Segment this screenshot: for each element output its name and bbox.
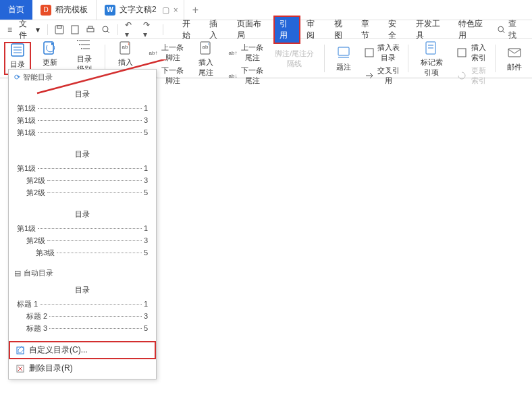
svg-text:ab↑: ab↑ bbox=[229, 50, 238, 56]
separator bbox=[47, 24, 48, 35]
toc-icon bbox=[9, 42, 26, 58]
menutab-review[interactable]: 审阅 bbox=[300, 16, 327, 44]
svg-text:1: 1 bbox=[128, 42, 130, 46]
preview-icon[interactable] bbox=[68, 25, 82, 34]
caption-icon bbox=[336, 45, 352, 61]
footnote-endnote-sep-button[interactable]: 脚注/尾注分隔线 bbox=[271, 42, 319, 75]
svg-rect-1 bbox=[57, 26, 61, 28]
mail-button[interactable]: 邮件 bbox=[501, 42, 528, 75]
delete-toc-icon bbox=[16, 364, 25, 373]
mail-icon bbox=[506, 45, 523, 61]
svg-rect-31 bbox=[338, 47, 349, 55]
mark-index-icon bbox=[423, 40, 440, 56]
separator bbox=[117, 24, 118, 35]
cross-ref-button[interactable]: 交叉引用 bbox=[361, 65, 403, 86]
update-index-icon bbox=[456, 70, 467, 81]
insert-index-button[interactable]: 插入索引 bbox=[454, 42, 489, 63]
menutab-view[interactable]: 视图 bbox=[328, 16, 355, 44]
prev-endnote-button[interactable]: ab↑ 上一条尾注 bbox=[225, 42, 267, 63]
svg-rect-0 bbox=[55, 26, 63, 34]
tab-home-label: 首页 bbox=[8, 4, 24, 16]
svg-rect-37 bbox=[458, 49, 466, 57]
delete-toc-menuitem[interactable]: 删除目录(R) bbox=[9, 359, 156, 377]
doc-icon: W bbox=[105, 5, 115, 16]
smart-toc-icon: ⟳ bbox=[14, 73, 20, 82]
svg-line-6 bbox=[107, 31, 109, 33]
mark-index-button[interactable]: 标记索引项 bbox=[414, 42, 450, 75]
tab-close-icon[interactable]: × bbox=[174, 5, 178, 15]
menutab-layout[interactable]: 页面布局 bbox=[231, 16, 273, 44]
svg-rect-33 bbox=[365, 49, 373, 57]
tab-document[interactable]: W 文字文稿2 ▢ × bbox=[96, 0, 184, 20]
menutab-chapter[interactable]: 章节 bbox=[355, 16, 382, 44]
tab-template-label: 稻壳模板 bbox=[55, 4, 88, 16]
insert-fig-toc-button[interactable]: 插入表目录 bbox=[361, 42, 403, 63]
svg-rect-4 bbox=[88, 26, 92, 28]
svg-text:i: i bbox=[208, 42, 209, 46]
caption-button[interactable]: 题注 bbox=[330, 42, 357, 75]
insert-fig-toc-icon bbox=[364, 47, 375, 58]
separator bbox=[163, 24, 163, 35]
next-endnote-icon: ab↓ bbox=[228, 70, 238, 81]
insert-footnote-icon: ab1 bbox=[117, 40, 134, 56]
save-icon[interactable] bbox=[53, 25, 66, 34]
search-button[interactable]: 查找 bbox=[497, 18, 532, 41]
separator bbox=[324, 45, 325, 72]
separator bbox=[408, 45, 408, 72]
file-menu[interactable]: 文件▾ bbox=[16, 18, 43, 41]
toc-preview-3[interactable]: 目录 第1级1 第2级3 第3级5 bbox=[9, 205, 156, 265]
svg-point-18 bbox=[77, 40, 78, 41]
tab-home[interactable]: 首页 bbox=[0, 0, 32, 20]
next-endnote-button[interactable]: ab↓ 下一条尾注 bbox=[225, 65, 267, 86]
menutab-security[interactable]: 安全 bbox=[382, 16, 409, 44]
menutab-reference[interactable]: 引用 bbox=[273, 16, 300, 44]
tab-popout-icon[interactable]: ▢ bbox=[162, 5, 169, 15]
insert-endnote-button[interactable]: abi 插入尾注 bbox=[190, 42, 221, 75]
toc-preview-2[interactable]: 目录 第1级1 第2级3 第2级5 bbox=[9, 145, 156, 205]
custom-toc-icon bbox=[16, 346, 25, 355]
tab-template[interactable]: D 稻壳模板 bbox=[32, 0, 96, 20]
svg-text:ab↑: ab↑ bbox=[149, 50, 157, 56]
update-index-button[interactable]: 更新索引 bbox=[454, 65, 489, 86]
prev-footnote-button[interactable]: ab↑ 上一条脚注 bbox=[145, 42, 187, 63]
svg-point-19 bbox=[79, 44, 80, 45]
toc-preview-1[interactable]: 目录 第1级1 第1级3 第1级5 bbox=[9, 85, 156, 145]
svg-text:ab↓: ab↓ bbox=[229, 73, 238, 79]
auto-toc-header: ▤ 自动目录 bbox=[9, 265, 156, 281]
separator bbox=[105, 45, 105, 72]
prev-footnote-icon: ab↑ bbox=[148, 47, 159, 58]
svg-line-8 bbox=[502, 30, 504, 32]
toc-level-icon bbox=[76, 36, 92, 53]
prev-endnote-icon: ab↑ bbox=[228, 47, 238, 58]
redo-icon[interactable]: ↷ ▾ bbox=[141, 20, 158, 39]
print-preview-icon[interactable] bbox=[99, 25, 113, 34]
toc-preview-4[interactable]: 目录 标题 11 标题 23 标题 35 bbox=[9, 281, 156, 341]
menutab-special[interactable]: 特色应用 bbox=[452, 16, 495, 44]
custom-toc-menuitem[interactable]: 自定义目录(C)... bbox=[9, 341, 156, 359]
separator bbox=[495, 45, 496, 72]
auto-toc-icon: ▤ bbox=[14, 269, 21, 278]
update-toc-icon bbox=[42, 40, 58, 56]
insert-endnote-icon: abi bbox=[198, 40, 214, 56]
svg-point-7 bbox=[498, 26, 504, 32]
smart-toc-header: ⟳ 智能目录 bbox=[9, 70, 156, 85]
search-icon bbox=[497, 25, 506, 34]
svg-rect-38 bbox=[508, 49, 521, 57]
insert-index-icon bbox=[456, 47, 467, 58]
print-icon[interactable] bbox=[84, 25, 97, 34]
cross-ref-icon bbox=[364, 70, 375, 81]
undo-icon[interactable]: ↶ ▾ bbox=[123, 20, 140, 39]
svg-rect-2 bbox=[72, 26, 78, 34]
template-icon: D bbox=[41, 5, 51, 16]
svg-rect-3 bbox=[87, 28, 94, 32]
hamburger-icon[interactable]: ≡ bbox=[5, 25, 14, 34]
svg-point-5 bbox=[103, 26, 108, 32]
toc-dropdown-panel: ⟳ 智能目录 目录 第1级1 第1级3 第1级5 目录 第1级1 第2级3 第2… bbox=[8, 69, 157, 379]
tab-document-label: 文字文稿2 bbox=[119, 4, 157, 16]
svg-point-20 bbox=[81, 48, 82, 49]
